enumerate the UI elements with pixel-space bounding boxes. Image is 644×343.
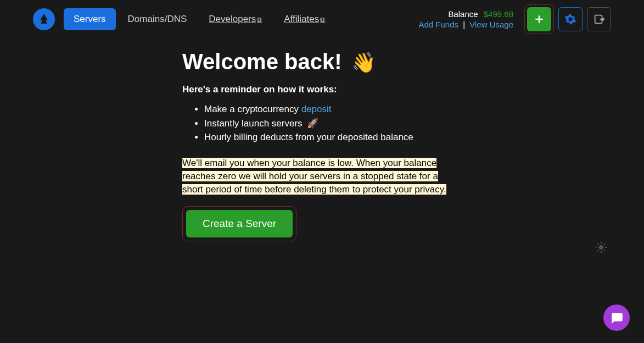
add-funds-link[interactable]: Add Funds	[418, 20, 458, 29]
chat-icon	[609, 311, 624, 325]
welcome-heading: Welcome back! 👋	[182, 49, 461, 74]
svg-line-9	[604, 250, 605, 251]
balance-section: Balance $499.68 Add Funds | View Usage	[418, 9, 513, 29]
nav-servers[interactable]: Servers	[64, 8, 116, 30]
main-content: Welcome back! 👋 Here's a reminder on how…	[0, 38, 461, 241]
svg-point-3	[599, 245, 603, 250]
separator: |	[463, 20, 465, 29]
nav-affiliates-label: Affiliates	[284, 14, 319, 24]
bullet-text: Instantly launch servers	[204, 118, 305, 129]
balance-info-box: We'll email you when your balance is low…	[182, 157, 461, 196]
welcome-subtitle: Here's a reminder on how it works:	[182, 84, 461, 95]
svg-line-11	[604, 244, 605, 245]
deposit-link[interactable]: deposit	[301, 104, 332, 114]
logout-icon	[593, 13, 605, 25]
create-server-button[interactable]: Create a Server	[186, 210, 293, 237]
list-item: Instantly launch servers 🚀	[204, 117, 461, 131]
external-link-icon: ⧉	[257, 16, 262, 24]
rocket-emoji: 🚀	[307, 118, 318, 129]
sun-icon	[595, 241, 608, 254]
nav-developers[interactable]: Developers⧉	[199, 8, 272, 30]
how-it-works-list: Make a cryptocurrency deposit Instantly …	[182, 103, 461, 145]
info-text: We'll email you when your balance is low…	[182, 158, 446, 195]
create-server-highlight: Create a Server	[182, 206, 296, 241]
svg-line-10	[597, 250, 598, 251]
wave-emoji: 👋	[351, 51, 376, 74]
nav-developers-label: Developers	[209, 14, 256, 24]
list-item: Make a cryptocurrency deposit	[204, 103, 461, 117]
add-button[interactable]	[527, 7, 551, 31]
list-item: Hourly billing deducts from your deposit…	[204, 131, 461, 145]
nav-domains[interactable]: Domains/DNS	[118, 8, 197, 30]
add-button-highlight	[524, 4, 554, 34]
balance-label: Balance	[448, 9, 478, 19]
bullet-text: Make a cryptocurrency	[204, 104, 301, 114]
settings-button[interactable]	[558, 7, 583, 31]
logo[interactable]	[33, 8, 55, 30]
gear-icon	[564, 13, 576, 25]
nav-affiliates[interactable]: Affiliates⧉	[274, 8, 335, 30]
main-nav: Servers Domains/DNS Developers⧉ Affiliat…	[64, 8, 335, 30]
svg-line-8	[597, 244, 598, 245]
tree-icon	[37, 13, 51, 26]
external-link-icon: ⧉	[320, 16, 325, 24]
chat-support-button[interactable]	[603, 305, 630, 331]
logout-button[interactable]	[587, 7, 611, 31]
welcome-title-text: Welcome back!	[182, 49, 342, 74]
view-usage-link[interactable]: View Usage	[469, 20, 513, 29]
balance-amount: $499.68	[484, 9, 513, 19]
theme-toggle[interactable]	[595, 241, 608, 256]
plus-icon	[534, 14, 545, 25]
